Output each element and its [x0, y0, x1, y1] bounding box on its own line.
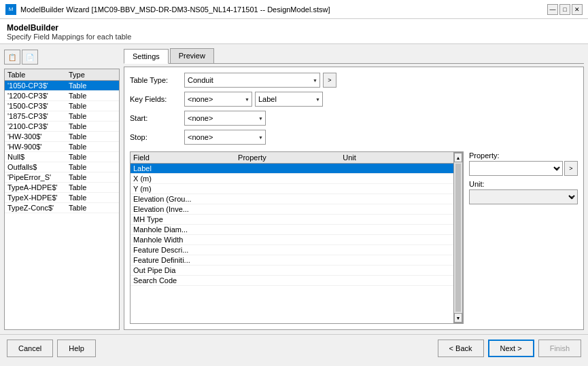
table-row[interactable]: TypeX-HDPE$' Table: [5, 193, 119, 203]
field-row[interactable]: Label: [131, 164, 453, 174]
table-name: '1875-CP3$': [7, 112, 69, 120]
table-row[interactable]: Outfalls$ Table: [5, 162, 119, 172]
help-button[interactable]: Help: [57, 340, 96, 357]
table-row[interactable]: 'HW-300$' Table: [5, 132, 119, 142]
field-row[interactable]: Search Code: [131, 276, 453, 286]
settings-panel: Table Type: Conduit Node Subcatchment > …: [124, 67, 584, 330]
stop-row: Stop: <none>: [130, 130, 578, 145]
table-type: Table: [69, 194, 109, 202]
table-type-select[interactable]: Conduit Node Subcatchment: [184, 73, 320, 88]
table-type: Table: [69, 102, 109, 110]
table-row[interactable]: Null$ Table: [5, 152, 119, 162]
stop-select[interactable]: <none>: [184, 130, 266, 145]
table-type-row: Table Type: Conduit Node Subcatchment >: [130, 73, 578, 88]
field-table-scrollbar[interactable]: ▲ ▼: [453, 152, 463, 323]
field-name: X (m): [133, 175, 238, 183]
property-next-btn[interactable]: >: [564, 161, 578, 176]
start-select[interactable]: <none>: [184, 111, 266, 126]
stop-label: Stop:: [130, 133, 184, 141]
unit-value-select[interactable]: [469, 189, 578, 204]
back-button[interactable]: < Back: [438, 340, 484, 357]
table-name: Outfalls$: [7, 163, 69, 171]
table-name: 'HW-300$': [7, 132, 69, 141]
copy-button[interactable]: 📋: [4, 50, 20, 65]
field-table-header: Field Property Unit: [131, 152, 453, 164]
field-unit: [343, 205, 406, 213]
title-bar: M ModelBuilder Wizard [1MC09-BBV_MSD-DR-…: [0, 0, 588, 19]
table-row[interactable]: '1200-CP3$' Table: [5, 91, 119, 101]
field-row[interactable]: Y (m): [131, 184, 453, 194]
field-name: Label: [133, 164, 238, 172]
maximize-button[interactable]: □: [559, 4, 570, 15]
table-name: '1200-CP3$': [7, 92, 69, 100]
paste-button[interactable]: 📄: [22, 50, 38, 65]
key-fields-select[interactable]: <none>: [184, 92, 252, 107]
table-type: Table: [69, 204, 109, 212]
table-row[interactable]: '1500-CP3$' Table: [5, 101, 119, 111]
close-button[interactable]: ✕: [572, 4, 583, 15]
minimize-button[interactable]: —: [547, 4, 558, 15]
tab-preview[interactable]: Preview: [170, 48, 214, 63]
scroll-thumb[interactable]: [455, 164, 461, 312]
table-type-next-btn[interactable]: >: [323, 73, 336, 88]
bottom-left-buttons: Cancel Help: [7, 340, 96, 357]
field-name: Manhole Width: [133, 236, 238, 244]
field-name: Feature Definiti...: [133, 256, 238, 264]
app-icon: M: [5, 4, 16, 15]
table-type: Table: [69, 81, 109, 90]
left-panel: 📋 📄 Table Type '1050-CP3$' Table '1200-C…: [4, 48, 120, 330]
key-fields-row: Key Fields: <none> Label: [130, 92, 578, 107]
property-section: Property: >: [469, 151, 578, 176]
finish-button[interactable]: Finish: [538, 340, 581, 357]
table-name: '2100-CP3$': [7, 122, 69, 130]
field-name: Out Pipe Dia: [133, 266, 238, 274]
field-row[interactable]: Elevation (Grou...: [131, 194, 453, 204]
table-row[interactable]: TypeZ-Conc$' Table: [5, 203, 119, 213]
tab-bar: Settings Preview: [124, 48, 584, 64]
col-table: Table: [7, 71, 69, 79]
field-row[interactable]: Feature Definiti...: [131, 255, 453, 266]
field-unit: [343, 266, 406, 274]
property-panel: Property: > Unit:: [469, 151, 578, 324]
left-toolbar: 📋 📄: [4, 48, 120, 66]
field-unit: [343, 195, 406, 203]
field-unit: [343, 225, 406, 234]
field-row[interactable]: X (m): [131, 174, 453, 184]
table-row[interactable]: TypeA-HDPE$' Table: [5, 183, 119, 193]
field-property: [238, 225, 343, 234]
field-row[interactable]: Feature Descri...: [131, 245, 453, 255]
table-type: Table: [69, 112, 109, 120]
field-row[interactable]: Manhole Diam...: [131, 225, 453, 235]
field-property: [238, 195, 343, 203]
table-type: Table: [69, 132, 109, 141]
table-name: 'HW-900$': [7, 143, 69, 151]
scroll-down-btn[interactable]: ▼: [454, 313, 462, 323]
table-type: Table: [69, 122, 109, 130]
field-row[interactable]: MH Type: [131, 215, 453, 225]
field-row[interactable]: Out Pipe Dia: [131, 266, 453, 276]
key-fields-label-select[interactable]: Label: [255, 92, 323, 107]
field-name: Feature Descri...: [133, 246, 238, 254]
table-type: Table: [69, 143, 109, 151]
table-row[interactable]: 'HW-900$' Table: [5, 142, 119, 152]
cancel-button[interactable]: Cancel: [7, 340, 53, 357]
next-button[interactable]: Next >: [488, 340, 534, 357]
field-name: Elevation (Grou...: [133, 195, 238, 203]
tables-list[interactable]: Table Type '1050-CP3$' Table '1200-CP3$'…: [4, 69, 120, 330]
window-title: ModelBuilder Wizard [1MC09-BBV_MSD-DR-DM…: [20, 5, 330, 14]
table-row[interactable]: '1875-CP3$' Table: [5, 111, 119, 122]
table-name: TypeZ-Conc$': [7, 204, 69, 212]
table-name: '1050-CP3$': [7, 81, 69, 90]
table-row[interactable]: 'PipeError_S' Table: [5, 172, 119, 183]
scroll-up-btn[interactable]: ▲: [454, 153, 462, 162]
field-row[interactable]: Elevation (Inve...: [131, 204, 453, 215]
page-title: ModelBuilder: [7, 23, 581, 33]
tab-settings[interactable]: Settings: [124, 49, 169, 64]
field-table-body[interactable]: Label X (m) Y (m): [131, 164, 453, 323]
table-row[interactable]: '1050-CP3$' Table: [5, 81, 119, 91]
table-row[interactable]: '2100-CP3$' Table: [5, 122, 119, 132]
field-property: [238, 246, 343, 254]
field-row[interactable]: Manhole Width: [131, 235, 453, 245]
property-value-select[interactable]: [469, 161, 563, 176]
window-controls[interactable]: — □ ✕: [547, 4, 583, 15]
